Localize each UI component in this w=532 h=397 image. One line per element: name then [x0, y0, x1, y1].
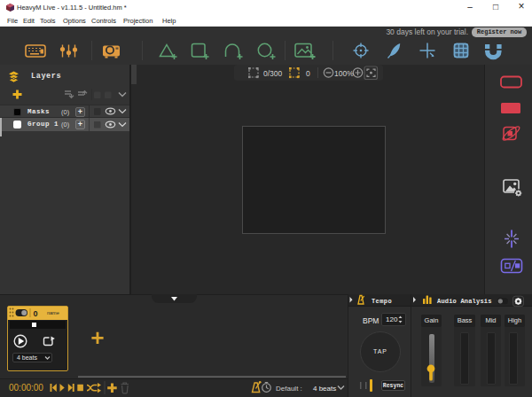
svg-text:100%: 100%: [334, 69, 354, 78]
svg-text:0: 0: [34, 309, 38, 318]
svg-text:0: 0: [306, 69, 310, 78]
svg-text:0/300: 0/300: [263, 69, 283, 78]
svg-text:name: name: [47, 310, 59, 315]
svg-text:00:00:00: 00:00:00: [9, 383, 43, 393]
svg-text:4 beats: 4 beats: [313, 385, 336, 393]
svg-text:Default :: Default :: [276, 385, 302, 393]
